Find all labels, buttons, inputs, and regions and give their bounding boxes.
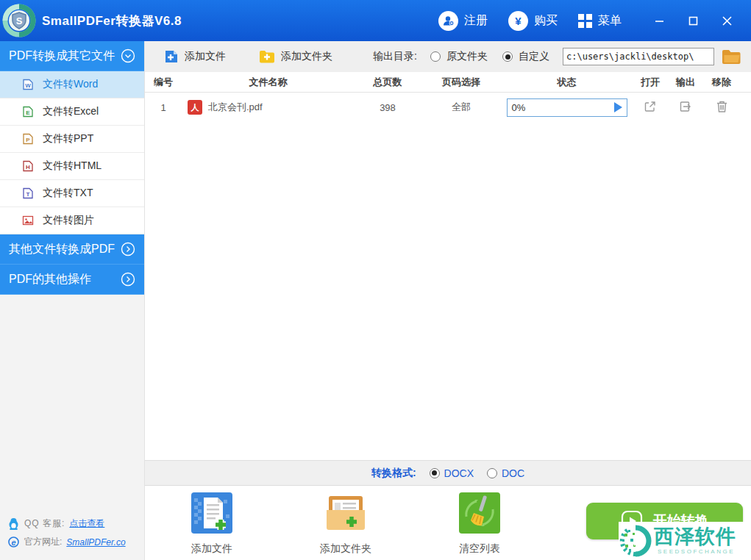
svg-text:W: W: [25, 82, 31, 89]
sidebar-section-other-to-pdf[interactable]: 其他文件转换成PDF: [0, 234, 144, 265]
svg-text:S: S: [16, 15, 23, 26]
page-range[interactable]: 全部: [421, 101, 502, 114]
chevron-right-circle-icon: [121, 242, 135, 256]
sidebar-section-pdf-other-ops[interactable]: PDF的其他操作: [0, 265, 144, 295]
svg-text:H: H: [26, 164, 30, 170]
excel-doc-icon: E: [22, 106, 34, 118]
minimize-button[interactable]: [642, 6, 676, 35]
format-label: 转换格式:: [371, 467, 416, 480]
docx-label: DOCX: [444, 467, 474, 479]
sidebar-item-label: 文件转图片: [43, 214, 94, 227]
section-label: 其他文件转换成PDF: [9, 242, 115, 257]
menu-button[interactable]: 菜单: [578, 13, 622, 29]
add-folder-big-icon: [325, 492, 366, 534]
html-doc-icon: H: [22, 160, 34, 172]
add-file-big-button[interactable]: 添加文件: [171, 492, 252, 556]
maximize-button[interactable]: [676, 6, 710, 35]
radio-original-label: 原文件夹: [446, 50, 488, 63]
add-folder-big-button[interactable]: 添加文件夹: [305, 492, 386, 556]
close-button[interactable]: [710, 6, 744, 35]
col-filename: 文件名称: [182, 76, 355, 89]
open-file-button[interactable]: [644, 100, 657, 115]
radio-icon: [430, 468, 440, 478]
add-file-icon: [164, 49, 179, 64]
add-folder-button[interactable]: 添加文件夹: [259, 49, 332, 64]
sidebar-item-pdf-to-ppt[interactable]: P 文件转PPT: [0, 126, 144, 153]
add-folder-big-label: 添加文件夹: [305, 542, 386, 556]
output-dir-label: 输出目录:: [373, 50, 417, 63]
add-file-big-label: 添加文件: [171, 542, 252, 556]
col-number: 编号: [145, 76, 182, 89]
main-panel: 添加文件 添加文件夹 输出目录: 原文件夹 自定义: [145, 41, 751, 560]
radio-custom-label: 自定义: [519, 50, 549, 63]
add-folder-label: 添加文件夹: [281, 50, 332, 63]
image-icon: [22, 215, 34, 226]
add-folder-icon: [259, 49, 275, 64]
radio-original-folder[interactable]: 原文件夹: [430, 50, 488, 63]
sidebar-item-label: 文件转PPT: [43, 132, 93, 146]
play-icon: [614, 102, 622, 112]
ppt-doc-icon: P: [22, 133, 34, 145]
watermark-subtitle: SEEDSOFCHANGE: [658, 548, 735, 555]
row-number: 1: [145, 102, 182, 113]
clear-list-label: 清空列表: [439, 542, 520, 556]
sidebar-item-pdf-to-txt[interactable]: T 文件转TXT: [0, 180, 144, 207]
trash-icon: [716, 100, 728, 113]
clear-list-icon: [459, 492, 500, 534]
open-external-icon: [644, 100, 657, 113]
col-output: 输出: [669, 76, 702, 89]
site-label: 官方网址:: [24, 536, 62, 548]
radio-icon: [502, 51, 513, 62]
open-output-button[interactable]: [679, 100, 692, 115]
watermark: 西泽软件 SEEDSOFCHANGE: [619, 522, 745, 560]
svg-text:E: E: [26, 110, 30, 116]
format-bar: 转换格式: DOCX DOC: [145, 460, 751, 486]
sidebar-item-pdf-to-image[interactable]: 文件转图片: [0, 207, 144, 234]
sidebar-section-pdf-to-other[interactable]: PDF转换成其它文件: [0, 41, 144, 71]
bottom-bar: 添加文件 添加文件夹: [145, 487, 751, 560]
svg-text:e: e: [11, 538, 15, 547]
doc-label: DOC: [502, 467, 524, 479]
chevron-down-circle-icon: [121, 49, 135, 63]
col-remove: 移除: [702, 76, 741, 89]
sidebar-item-pdf-to-word[interactable]: W 文件转Word: [0, 71, 144, 98]
folder-icon: [722, 49, 741, 65]
browser-e-icon: e: [7, 536, 20, 548]
remove-file-button[interactable]: [716, 100, 728, 115]
buy-button[interactable]: ¥ 购买: [508, 11, 558, 31]
progress-bar[interactable]: 0%: [507, 98, 627, 117]
qq-service-label: QQ 客服:: [24, 517, 65, 530]
yuan-icon: ¥: [508, 11, 528, 31]
register-user-icon: [438, 11, 458, 31]
output-arrow-icon: [679, 100, 692, 113]
app-logo-icon: S: [2, 4, 36, 37]
qq-service-link[interactable]: 点击查看: [69, 517, 104, 530]
titlebar: S SmallPDFer转换器V6.8 注册 ¥ 购买 菜单: [0, 0, 751, 41]
radio-doc[interactable]: DOC: [487, 467, 524, 479]
table-header: 编号 文件名称 总页数 页码选择 状态 打开 输出 移除: [145, 72, 751, 93]
svg-text:P: P: [26, 137, 30, 143]
progress-value: 0%: [512, 102, 526, 113]
sidebar-item-pdf-to-excel[interactable]: E 文件转Excel: [0, 98, 144, 126]
browse-folder-button[interactable]: [722, 49, 741, 65]
clear-list-button[interactable]: 清空列表: [439, 492, 520, 556]
sidebar-item-pdf-to-html[interactable]: H 文件转HTML: [0, 153, 144, 180]
site-link[interactable]: SmallPDFer.co: [66, 537, 125, 548]
register-button[interactable]: 注册: [438, 11, 488, 31]
add-file-button[interactable]: 添加文件: [164, 49, 226, 64]
buy-label: 购买: [534, 13, 558, 29]
register-label: 注册: [464, 13, 488, 29]
radio-docx[interactable]: DOCX: [430, 467, 474, 479]
txt-doc-icon: T: [22, 187, 34, 199]
col-open: 打开: [632, 76, 669, 89]
total-pages: 398: [355, 102, 421, 113]
sidebar-item-label: 文件转Word: [43, 78, 98, 91]
watermark-name: 西泽软件: [654, 527, 736, 547]
radio-custom[interactable]: 自定义: [502, 50, 549, 63]
app-title: SmallPDFer转换器V6.8: [42, 12, 182, 29]
toolbar: 添加文件 添加文件夹 输出目录: 原文件夹 自定义: [145, 41, 751, 72]
output-path-input[interactable]: [563, 48, 714, 65]
pdf-file-icon: 人: [188, 100, 202, 115]
section-label: PDF转换成其它文件: [9, 49, 115, 64]
sidebar-item-label: 文件转Excel: [43, 105, 99, 118]
